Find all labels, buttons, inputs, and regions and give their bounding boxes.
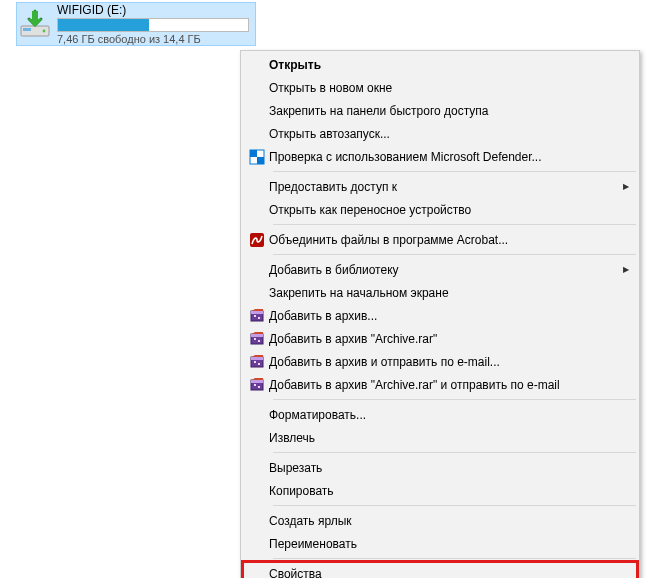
drive-storage-line: 7,46 ГБ свободно из 14,4 ГБ xyxy=(57,33,249,46)
menu-item-label: Открыть xyxy=(269,58,629,72)
menu-item[interactable]: Предоставить доступ к▶ xyxy=(243,175,637,198)
menu-item[interactable]: Открыть xyxy=(243,53,637,76)
svg-rect-10 xyxy=(251,311,263,314)
menu-item[interactable]: Закрепить на панели быстрого доступа xyxy=(243,99,637,122)
menu-item[interactable]: Добавить в архив... xyxy=(243,304,637,327)
drive-tile[interactable]: WIFIGID (E:) 7,46 ГБ свободно из 14,4 ГБ xyxy=(16,2,256,46)
menu-item[interactable]: Проверка с использованием Microsoft Defe… xyxy=(243,145,637,168)
menu-item-label: Вырезать xyxy=(269,461,629,475)
drive-info: WIFIGID (E:) 7,46 ГБ свободно из 14,4 ГБ xyxy=(57,3,249,46)
menu-item-label: Добавить в архив и отправить по e-mail..… xyxy=(269,355,629,369)
svg-rect-19 xyxy=(254,361,256,363)
menu-item-label: Добавить в архив... xyxy=(269,309,629,323)
menu-item-label: Предоставить доступ к xyxy=(269,180,619,194)
menu-item[interactable]: Открыть в новом окне xyxy=(243,76,637,99)
menu-item-label: Добавить в архив "Archive.rar" и отправи… xyxy=(269,378,629,392)
chevron-right-icon: ▶ xyxy=(619,265,629,274)
menu-item-label: Закрепить на панели быстрого доступа xyxy=(269,104,629,118)
winrar-icon xyxy=(245,354,269,370)
menu-item-label: Объединить файлы в программе Acrobat... xyxy=(269,233,629,247)
menu-item[interactable]: Свойства xyxy=(243,562,637,578)
svg-rect-12 xyxy=(258,317,260,319)
menu-item[interactable]: Закрепить на начальном экране xyxy=(243,281,637,304)
svg-rect-24 xyxy=(258,386,260,388)
menu-item[interactable]: Добавить в архив "Archive.rar" и отправи… xyxy=(243,373,637,396)
svg-rect-14 xyxy=(251,334,263,337)
drive-usage-bar xyxy=(57,18,249,32)
menu-item[interactable]: Открыть как переносное устройство xyxy=(243,198,637,221)
svg-rect-4 xyxy=(32,11,38,20)
menu-item[interactable]: Объединить файлы в программе Acrobat... xyxy=(243,228,637,251)
winrar-icon xyxy=(245,308,269,324)
svg-rect-11 xyxy=(254,315,256,317)
svg-rect-18 xyxy=(251,357,263,360)
svg-rect-20 xyxy=(258,363,260,365)
menu-item[interactable]: Копировать xyxy=(243,479,637,502)
menu-separator xyxy=(273,399,636,400)
menu-item[interactable]: Извлечь xyxy=(243,426,637,449)
menu-item-label: Добавить в библиотеку xyxy=(269,263,619,277)
menu-item-label: Создать ярлык xyxy=(269,514,629,528)
svg-point-2 xyxy=(43,30,46,33)
svg-rect-15 xyxy=(254,338,256,340)
menu-separator xyxy=(273,452,636,453)
svg-rect-22 xyxy=(251,380,263,383)
drive-name: WIFIGID (E:) xyxy=(57,3,249,17)
menu-item[interactable]: Открыть автозапуск... xyxy=(243,122,637,145)
menu-item-label: Форматировать... xyxy=(269,408,629,422)
menu-item-label: Свойства xyxy=(269,567,629,579)
menu-item[interactable]: Форматировать... xyxy=(243,403,637,426)
winrar-icon xyxy=(245,331,269,347)
svg-rect-1 xyxy=(23,28,31,31)
menu-item[interactable]: Добавить в архив "Archive.rar" xyxy=(243,327,637,350)
menu-item[interactable]: Вырезать xyxy=(243,456,637,479)
svg-rect-23 xyxy=(254,384,256,386)
chevron-right-icon: ▶ xyxy=(619,182,629,191)
menu-item[interactable]: Добавить в библиотеку▶ xyxy=(243,258,637,281)
context-menu: ОткрытьОткрыть в новом окнеЗакрепить на … xyxy=(240,50,640,578)
menu-separator xyxy=(273,558,636,559)
menu-item-label: Копировать xyxy=(269,484,629,498)
menu-separator xyxy=(273,224,636,225)
winrar-icon xyxy=(245,377,269,393)
drive-download-icon xyxy=(19,8,51,40)
defender-icon xyxy=(245,149,269,165)
menu-separator xyxy=(273,505,636,506)
menu-item-label: Открыть автозапуск... xyxy=(269,127,629,141)
menu-item[interactable]: Переименовать xyxy=(243,532,637,555)
svg-rect-7 xyxy=(257,157,264,164)
menu-item-label: Открыть как переносное устройство xyxy=(269,203,629,217)
menu-item-label: Закрепить на начальном экране xyxy=(269,286,629,300)
menu-separator xyxy=(273,254,636,255)
svg-rect-6 xyxy=(250,150,257,157)
menu-item-label: Добавить в архив "Archive.rar" xyxy=(269,332,629,346)
menu-item-label: Извлечь xyxy=(269,431,629,445)
svg-rect-16 xyxy=(258,340,260,342)
menu-item-label: Открыть в новом окне xyxy=(269,81,629,95)
menu-separator xyxy=(273,171,636,172)
menu-item-label: Проверка с использованием Microsoft Defe… xyxy=(269,150,629,164)
acrobat-icon xyxy=(245,232,269,248)
menu-item[interactable]: Создать ярлык xyxy=(243,509,637,532)
menu-item[interactable]: Добавить в архив и отправить по e-mail..… xyxy=(243,350,637,373)
menu-item-label: Переименовать xyxy=(269,537,629,551)
